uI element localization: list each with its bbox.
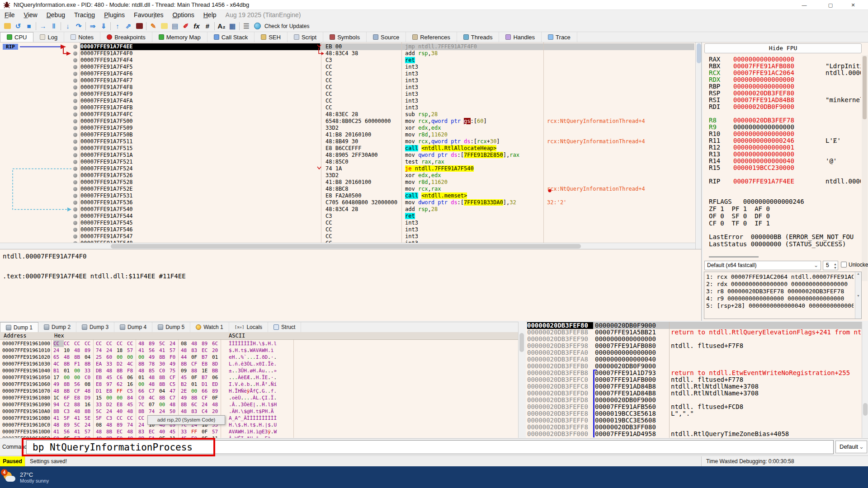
disasm-row[interactable]: 00007FFE91A7F4F5CCint3 xyxy=(0,64,695,70)
disasm-row[interactable]: 00007FFE91A7F546CCint3 xyxy=(0,226,695,233)
tab-trace[interactable]: Trace xyxy=(542,32,577,42)
breakpoint-dot[interactable] xyxy=(73,113,77,117)
register-row-rdx[interactable]: RDX0000000000000000 xyxy=(703,76,861,83)
minimize-button[interactable]: — xyxy=(793,0,816,10)
update-globe-icon[interactable] xyxy=(252,21,263,31)
stack-row[interactable]: 00000020DB3FEFB800007FFE91A1D793return t… xyxy=(526,370,868,376)
argument-row[interactable]: 2: rdx 0000000000000000 0000000000000000 xyxy=(706,281,854,288)
dump-scrollbar[interactable] xyxy=(518,322,524,438)
memory-icon[interactable]: ▦ xyxy=(227,21,238,31)
tab-notes[interactable]: Notes xyxy=(64,32,100,42)
stack-row[interactable]: 00000020DB3FEFB000000020DB0F9000 xyxy=(526,363,868,370)
breakpoint-dot[interactable] xyxy=(73,133,77,137)
run-to-user-code-icon[interactable]: ⇒ xyxy=(87,21,98,31)
tab-log[interactable]: Log xyxy=(33,32,64,42)
stack-scrollbar[interactable] xyxy=(862,322,868,438)
open-file-icon[interactable] xyxy=(2,21,13,31)
disasm-row[interactable]: 00007FFE91A7F4F4C3ret xyxy=(0,57,695,64)
disasm-row[interactable]: 00007FFE91A7F531E8 FA2A0500call <ntdll.m… xyxy=(0,192,695,199)
pause-icon[interactable]: ‖ xyxy=(48,21,59,31)
dump-pane[interactable]: 00007FFE91961000CCCCCCCCCCCCCCCC48895C24… xyxy=(0,340,518,438)
tab-breakpoints[interactable]: Breakpoints xyxy=(100,32,152,42)
tab-handles[interactable]: Handles xyxy=(499,32,542,42)
register-row-r15[interactable]: R150000019BCC230000 xyxy=(703,164,861,171)
stack-row[interactable]: 00000020DB3FEFA00000000000000000 xyxy=(526,349,868,356)
tab-references[interactable]: References xyxy=(406,32,457,42)
breakpoint-dot[interactable] xyxy=(73,72,77,76)
register-row-rsi[interactable]: RSI00007FFE91AD84B8"minkernel\ xyxy=(703,97,861,103)
breakpoint-dot[interactable] xyxy=(73,58,77,62)
disasm-row[interactable]: 00007FFE91A7F4F9CCint3 xyxy=(0,91,695,98)
breakpoint-dot[interactable] xyxy=(73,221,77,225)
stop-icon[interactable]: ■ xyxy=(24,21,34,31)
dump-row[interactable]: 00007FFE9196109094C2881633D2E8457C070048… xyxy=(0,401,518,408)
stack-row[interactable]: 00000020DB3FEFE80000019BCC3E5618L","." xyxy=(526,410,868,417)
breakpoint-dot[interactable] xyxy=(73,153,77,157)
disasm-row[interactable]: 00007FFE91A7F52148:85C0test rax,rax xyxy=(0,159,695,165)
fx-icon[interactable]: fx xyxy=(191,21,202,31)
tab-watch-1[interactable]: Watch 1 xyxy=(190,322,229,332)
disasm-row[interactable]: 00007FFE91A7F4F048:83C4 38add rsp,38 xyxy=(0,50,695,57)
register-row-rsp[interactable]: RSP00000020DB3FEF80 xyxy=(703,90,861,97)
dump-row[interactable]: 00007FFE91961070488BCF48D1E8FFC566C70447… xyxy=(0,388,518,394)
breakpoint-dot[interactable] xyxy=(73,85,77,89)
close-button[interactable]: ✕ xyxy=(842,0,864,10)
breakpoint-dot[interactable] xyxy=(73,207,77,211)
register-row-r13[interactable]: R130000000000000000 xyxy=(703,151,861,158)
disasm-row[interactable]: 00007FFE91A7F52633D2xor edx,edx xyxy=(0,172,695,179)
menu-file[interactable]: File xyxy=(0,10,19,20)
disasm-row[interactable]: 00007FFE91A7F4EEEB 00jmp ntdll.7FFE91A7F… xyxy=(0,43,695,50)
breakpoint-dot[interactable] xyxy=(73,52,77,56)
step-into-icon[interactable]: ↓ xyxy=(62,21,73,31)
breakpoint-dot[interactable] xyxy=(73,214,77,218)
dump-row[interactable]: 00007FFE91961010241048897424185741564157… xyxy=(0,347,518,354)
breakpoint-dot[interactable] xyxy=(73,160,77,164)
menu-tracing[interactable]: Tracing xyxy=(70,10,99,20)
tab-dump-1[interactable]: Dump 1 xyxy=(0,322,38,332)
disasm-row[interactable]: 00007FFE91A7F536C705 60480B00 32000000mo… xyxy=(0,199,695,206)
breakpoint-dot[interactable] xyxy=(73,194,77,198)
register-row-rbx[interactable]: RBX00007FFE91AFB080"LdrpInitia xyxy=(703,63,861,70)
tab-dump-5[interactable]: Dump 5 xyxy=(152,322,190,332)
breakpoint-dot[interactable] xyxy=(73,187,77,191)
breakpoint-dot[interactable] xyxy=(73,65,77,69)
tab-memory-map[interactable]: Memory Map xyxy=(152,32,208,42)
stack-row[interactable]: 00000020DB3FEFE000007FFE91AFB560ntdll._f… xyxy=(526,404,868,410)
breakpoint-dot[interactable] xyxy=(73,180,77,184)
dump-row[interactable]: 00007FFE919610304C8BF18BEA33D24C8B783049… xyxy=(0,361,518,367)
dump-row[interactable]: 00007FFE91961000CCCCCCCCCCCCCCCC48895C24… xyxy=(0,340,518,347)
step-over-icon[interactable]: ↷ xyxy=(73,21,84,31)
disasm-row[interactable]: 00007FFE91A7F5006548:8B0C25 60000000mov … xyxy=(0,118,695,125)
disasm-row[interactable]: 00007FFE91A7F52474 1Aje ntdll.7FFE91A7F5… xyxy=(0,165,695,172)
breakpoint-dot[interactable] xyxy=(73,99,77,103)
disasm-row[interactable]: 00007FFE91A7F4F6CCint3 xyxy=(0,70,695,77)
breakpoint-dot[interactable] xyxy=(73,201,77,205)
dump-row[interactable]: 00007FFE919610A08BC3488B5C2440488B742450… xyxy=(0,408,518,415)
disasm-row[interactable]: 00007FFE91A7F4FC48:83EC 28sub rsp,28 xyxy=(0,111,695,118)
stack-row[interactable]: 00000020DB3FEFC800007FFE91AD84B8ntdll.Rt… xyxy=(526,383,868,390)
menu-options[interactable]: Options xyxy=(168,10,198,20)
stack-row[interactable]: 00000020DB3FEFF00000019BCC3E5608 xyxy=(526,417,868,424)
disasm-row[interactable]: 00007FFE91A7F51148:8B49 30mov rcx,qword … xyxy=(0,138,695,145)
dump-row[interactable]: 00007FFE919610D041564157488BEC4883EC4045… xyxy=(0,428,518,435)
execute-till-return-icon[interactable]: ↑ xyxy=(112,21,123,31)
argument-row[interactable]: 1: rcx 00007FFE91AC2064 ntdll.00007FFE91… xyxy=(706,273,854,281)
disasm-row[interactable]: 00007FFE91A7F50B41:B8 20160100mov r8d,11… xyxy=(0,131,695,138)
stack-row[interactable]: 00000020DB3FEFA80000000000000040 xyxy=(526,356,868,363)
register-row-r9[interactable]: R90000000000000000 xyxy=(703,124,861,131)
argument-row[interactable]: 5: [rsp+28] 0000000000000040 00000000000… xyxy=(706,302,854,310)
stack-row[interactable]: 00000020DB3FEF8000000020DB0F9000 xyxy=(526,322,868,329)
register-row-rbp[interactable]: RBP0000000000000000 xyxy=(703,83,861,90)
tab-struct[interactable]: Struct xyxy=(268,322,301,332)
tab-source[interactable]: Source xyxy=(367,32,406,42)
breakpoint-dot[interactable] xyxy=(73,126,77,130)
disasm-row[interactable]: 00007FFE91A7F52841:B8 20160100mov r8d,11… xyxy=(0,179,695,186)
breakpoint-dot[interactable] xyxy=(73,174,77,178)
argument-count-spinner[interactable]: 5 ▲▼ xyxy=(823,261,838,270)
disasm-row[interactable]: 00007FFE91A7F4F8CCint3 xyxy=(0,84,695,91)
register-row-rdi[interactable]: RDI00000020DB0F9000 xyxy=(703,103,861,110)
command-profile-select[interactable]: Default⌄ xyxy=(835,441,867,453)
breakpoint-dot[interactable] xyxy=(73,228,77,232)
tab-symbols[interactable]: Symbols xyxy=(323,32,367,42)
breakpoint-dot[interactable] xyxy=(73,167,77,171)
